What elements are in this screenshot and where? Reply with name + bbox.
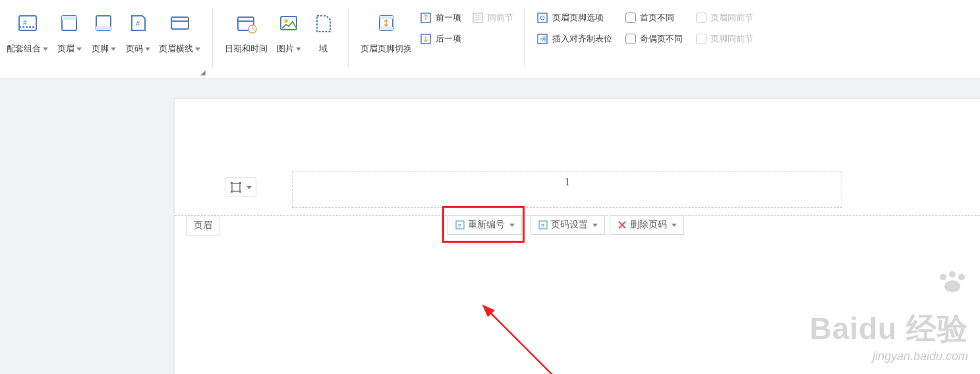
footer-same-checkbox[interactable]: 页脚同前节 (693, 30, 756, 47)
switch-hf-icon (373, 7, 399, 40)
odd-even-diff-label: 奇偶页不同 (640, 33, 683, 45)
svg-rect-4 (62, 16, 76, 20)
delete-icon (617, 220, 627, 230)
switch-hf-button[interactable]: 页眉页脚切换 (357, 7, 416, 58)
svg-rect-30 (232, 183, 240, 191)
svg-text:#: # (541, 222, 544, 229)
separator (348, 8, 349, 67)
chevron-down-icon (296, 47, 301, 51)
svg-rect-18 (380, 16, 393, 19)
page-number-button[interactable]: # 页码 (121, 7, 155, 58)
field-button[interactable]: 域 (306, 7, 340, 58)
separator (212, 8, 213, 67)
checkbox-icon (625, 34, 636, 44)
tab-stop-icon (535, 32, 550, 46)
header-same-label: 页眉同前节 (710, 12, 753, 24)
chevron-down-icon (672, 224, 677, 227)
first-page-diff-label: 首页不同 (640, 12, 674, 24)
calendar-icon (233, 7, 260, 40)
svg-text:#: # (458, 222, 461, 229)
combo-set-label: 配套组合 (7, 44, 41, 53)
chevron-down-icon (246, 186, 252, 189)
checkbox-icon (696, 13, 706, 23)
footer-button[interactable]: 页脚 (86, 7, 121, 58)
same-as-prev-button[interactable]: 同前节 (468, 9, 516, 26)
datetime-label: 日期和时间 (225, 40, 268, 58)
picture-label: 图片 (277, 44, 294, 53)
prev-item-icon (418, 11, 433, 24)
document-page[interactable]: 1 页眉 # 重新编号 # 页码设置 删除页码 (175, 99, 980, 374)
next-item-button[interactable]: 后一项 (416, 30, 464, 47)
svg-rect-6 (96, 26, 111, 30)
chevron-down-icon (76, 47, 82, 51)
header-region[interactable]: 1 (292, 171, 842, 208)
svg-rect-31 (231, 182, 233, 184)
hf-options-label: 页眉页脚选项 (552, 12, 604, 24)
page-settings-button[interactable]: # 页码设置 (531, 215, 605, 235)
svg-rect-0 (19, 16, 36, 30)
checkbox-icon (625, 13, 636, 23)
header-label: 页眉 (57, 44, 74, 53)
ribbon-group-hf-elements: # 配套组合 页眉 页脚 # 页码 页眉横线 (0, 0, 207, 78)
field-label: 域 (319, 40, 328, 58)
checkbox-icon (696, 34, 706, 44)
insert-tab-button[interactable]: 插入对齐制表位 (533, 30, 615, 47)
options-icon (535, 11, 550, 24)
header-line-label: 页眉横线 (159, 44, 193, 53)
prev-item-button[interactable]: 前一项 (416, 9, 464, 26)
switch-hf-label: 页眉页脚切换 (360, 40, 412, 58)
chevron-down-icon (111, 47, 116, 51)
document-background: 1 页眉 # 重新编号 # 页码设置 删除页码 Baidu (0, 79, 980, 374)
ribbon-toolbar: # 配套组合 页眉 页脚 # 页码 页眉横线 (0, 0, 980, 79)
page-number-text: 1 (293, 172, 842, 188)
svg-rect-33 (231, 191, 233, 193)
hf-options-button[interactable]: 页眉页脚选项 (533, 9, 615, 26)
header-line-button[interactable]: 页眉横线 (155, 7, 204, 58)
next-item-icon (418, 32, 433, 46)
odd-even-diff-checkbox[interactable]: 奇偶页不同 (623, 30, 685, 47)
svg-rect-34 (239, 191, 241, 193)
footer-label: 页脚 (92, 44, 109, 53)
svg-text:#: # (136, 20, 140, 28)
page-settings-label: 页码设置 (551, 219, 588, 231)
chevron-down-icon (43, 47, 48, 51)
combo-set-button[interactable]: # 配套组合 (3, 7, 52, 58)
footer-same-label: 页脚同前节 (710, 33, 753, 45)
chevron-down-icon (509, 224, 515, 227)
insert-tab-label: 插入对齐制表位 (552, 33, 612, 45)
picture-icon (275, 7, 302, 40)
svg-rect-19 (380, 27, 393, 30)
renumber-button[interactable]: # 重新编号 (447, 215, 522, 235)
separator (524, 8, 525, 67)
header-tab-text: 页眉 (194, 220, 212, 232)
chevron-down-icon (195, 47, 200, 51)
combo-set-icon: # (14, 7, 41, 40)
chevron-down-icon (145, 47, 150, 51)
chevron-down-icon (592, 224, 598, 227)
page-settings-icon: # (538, 220, 548, 230)
svg-point-27 (540, 16, 544, 20)
dialog-launcher-icon[interactable]: ◢ (200, 69, 206, 76)
renumber-label: 重新编号 (468, 219, 505, 231)
first-page-diff-checkbox[interactable]: 首页不同 (623, 9, 685, 26)
header-icon (56, 7, 82, 40)
ribbon-group-navigate: 页眉页脚切换 前一项 后一项 同前节 (354, 0, 519, 78)
svg-point-16 (284, 19, 288, 23)
margin-toggle-button[interactable] (225, 177, 256, 197)
datetime-button[interactable]: 日期和时间 (221, 7, 272, 58)
margin-icon (230, 181, 242, 193)
delete-page-number-button[interactable]: 删除页码 (610, 215, 684, 235)
footer-icon (90, 7, 117, 40)
page-number-label: 页码 (126, 44, 143, 53)
header-tab-label[interactable]: 页眉 (187, 216, 219, 235)
svg-rect-26 (538, 13, 547, 22)
header-button[interactable]: 页眉 (52, 7, 86, 58)
ribbon-group-insert: 日期和时间 图片 域 (218, 0, 343, 78)
next-item-label: 后一项 (436, 33, 461, 45)
svg-rect-8 (171, 17, 188, 29)
delete-page-number-label: 删除页码 (630, 219, 667, 231)
header-same-checkbox[interactable]: 页眉同前节 (693, 9, 756, 26)
picture-button[interactable]: 图片 (272, 7, 306, 58)
page-number-icon: # (125, 7, 151, 40)
field-icon (310, 7, 336, 40)
